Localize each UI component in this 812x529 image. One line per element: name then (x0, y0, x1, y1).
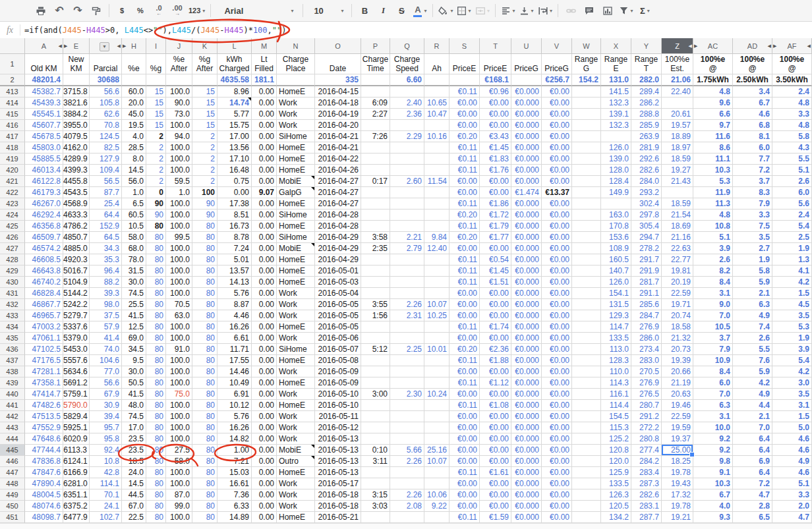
row-header-423[interactable]: 423 (0, 198, 25, 209)
cell-X443[interactable]: 115.3 (601, 422, 631, 433)
cell-AF442[interactable]: 1.5 (772, 411, 812, 422)
total-cell-S[interactable] (450, 74, 480, 86)
cell-W414[interactable] (572, 97, 601, 109)
cell-G434[interactable]: 57.9 (90, 321, 122, 333)
cell-E417[interactable]: 4079.5 (63, 131, 90, 142)
cell-M421[interactable]: 0.00 (252, 176, 277, 187)
cell-O416[interactable]: 2016-04-20 (315, 120, 361, 131)
cell-M419[interactable]: 0.00 (252, 153, 277, 165)
cell-AC421[interactable]: 5.3 (693, 176, 733, 187)
cell-G448[interactable]: 114.1 (90, 478, 122, 489)
cell-N439[interactable]: HomeE (277, 377, 315, 389)
cell-A443[interactable]: 47552.9 (25, 422, 63, 433)
cell-J431[interactable]: 100.0 (166, 288, 192, 299)
cell-E440[interactable]: 5759.1 (63, 389, 90, 400)
cell-AD440[interactable]: 4.9 (733, 389, 772, 400)
cell-S423[interactable]: €0.11 (450, 198, 480, 209)
cell-AD417[interactable]: 8.1 (733, 131, 772, 142)
cell-AC443[interactable]: 10.0 (693, 422, 733, 433)
cell-T437[interactable]: €1.88 (480, 355, 511, 366)
cell-I429[interactable]: 80 (146, 265, 166, 277)
cell-L437[interactable]: 17.55 (218, 355, 252, 366)
cell-Q420[interactable] (390, 165, 424, 176)
cell-T439[interactable]: €1.12 (480, 377, 511, 389)
cell-AD423[interactable]: 7.9 (733, 198, 772, 209)
cell-I442[interactable]: 80 (146, 411, 166, 422)
cell-V423[interactable]: €0.00 (542, 198, 572, 209)
cell-H442[interactable]: 74.5 (122, 411, 146, 422)
cell-X441[interactable]: 114.4 (601, 400, 631, 411)
cell-Z446[interactable]: 18.25 (662, 456, 693, 467)
cell-W446[interactable] (572, 456, 601, 467)
cell-H448[interactable]: 14.5 (122, 478, 146, 489)
row-header-449[interactable]: 449 (0, 489, 25, 501)
cell-Z448[interactable]: 19.43 (662, 478, 693, 489)
cell-Z433[interactable]: 20.74 (662, 310, 693, 321)
cell-I414[interactable]: 15 (146, 97, 166, 109)
cell-R417[interactable]: 10.16 (424, 131, 450, 142)
cell-AF422[interactable]: 6.0 (772, 187, 812, 198)
cell-AC420[interactable]: 10.3 (693, 165, 733, 176)
cell-W434[interactable] (572, 321, 601, 333)
cell-E445[interactable]: 6113.3 (63, 445, 90, 456)
cell-U424[interactable]: €0.000 (511, 209, 542, 221)
cell-K444[interactable]: 80 (192, 433, 218, 445)
cell-R442[interactable] (424, 411, 450, 422)
cell-L442[interactable]: 5.76 (218, 411, 252, 422)
cell-T443[interactable]: €0.00 (480, 422, 511, 433)
cell-AF449[interactable]: 3.3 (772, 489, 812, 501)
header-cell-Q[interactable]: Charge Speed (390, 54, 424, 74)
cell-V416[interactable]: €0.00 (542, 120, 572, 131)
cell-AF432[interactable]: 4.5 (772, 299, 812, 310)
column-header-P[interactable]: P (361, 38, 390, 54)
cell-V448[interactable]: €0.00 (542, 478, 572, 489)
cell-A413[interactable]: 45382.7 (25, 86, 63, 97)
cell-H416[interactable]: 19.5 (122, 120, 146, 131)
cell-E443[interactable]: 5925.1 (63, 422, 90, 433)
cell-R419[interactable] (424, 153, 450, 165)
cell-W439[interactable] (572, 377, 601, 389)
cell-M437[interactable]: 0.00 (252, 355, 277, 366)
cell-J429[interactable]: 100.0 (166, 265, 192, 277)
cell-W445[interactable] (572, 445, 601, 456)
cell-R420[interactable] (424, 165, 450, 176)
cell-K423[interactable]: 90 (192, 198, 218, 209)
cell-AD436[interactable]: 5.5 (733, 344, 772, 355)
cell-T447[interactable]: €1.61 (480, 467, 511, 478)
cell-T417[interactable]: €3.43 (480, 131, 511, 142)
cell-M426[interactable]: 0.00 (252, 232, 277, 243)
cell-Z449[interactable]: 17.32 (662, 489, 693, 501)
cell-I421[interactable]: 2 (146, 176, 166, 187)
cell-Z414[interactable] (662, 97, 693, 109)
cell-R440[interactable]: 10.24 (424, 389, 450, 400)
header-cell-AF[interactable]: 100%e @ (772, 54, 812, 74)
cell-P440[interactable]: 3:00 (361, 389, 390, 400)
cell-H441[interactable]: 48.0 (122, 400, 146, 411)
cell-G429[interactable]: 96.4 (90, 265, 122, 277)
column-header-U[interactable]: U (511, 38, 542, 54)
cell-AC445[interactable]: 9.2 (693, 445, 733, 456)
cell-AC447[interactable]: 9.1 (693, 467, 733, 478)
cell-G415[interactable]: 62.6 (90, 109, 122, 120)
cell-I444[interactable]: 80 (146, 433, 166, 445)
cell-G450[interactable]: 24.1 (90, 501, 122, 512)
cell-K416[interactable]: 15 (192, 120, 218, 131)
cell-X450[interactable]: 120.5 (601, 501, 631, 512)
cell-L431[interactable]: 5.76 (218, 288, 252, 299)
cell-E436[interactable]: 5453.0 (63, 344, 90, 355)
cell-L438[interactable]: 14.46 (218, 366, 252, 377)
cell-U423[interactable]: €0.000 (511, 198, 542, 209)
cell-E422[interactable]: 4543.5 (63, 187, 90, 198)
row-header-424[interactable]: 424 (0, 209, 25, 221)
header-cell-J[interactable]: %e After (166, 54, 192, 74)
cell-S438[interactable]: €0.00 (450, 366, 480, 377)
cell-P448[interactable] (361, 478, 390, 489)
cell-Z431[interactable]: 22.59 (662, 288, 693, 299)
cell-V428[interactable]: €0.00 (542, 254, 572, 265)
row-header-435[interactable]: 435 (0, 333, 25, 344)
cell-AC414[interactable]: 9.6 (693, 97, 733, 109)
cell-R448[interactable] (424, 478, 450, 489)
cell-K438[interactable]: 80 (192, 366, 218, 377)
cell-O444[interactable]: 2016-05-13 (315, 433, 361, 445)
cell-Y428[interactable]: 291.7 (631, 254, 662, 265)
